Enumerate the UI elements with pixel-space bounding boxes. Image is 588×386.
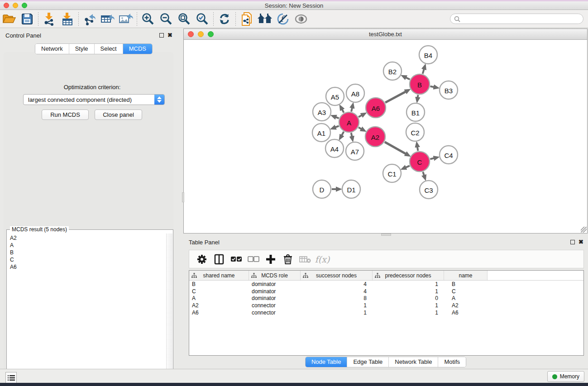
table-cell[interactable]: 1 [373,288,444,295]
table-row[interactable]: A2connector11A2 [189,302,583,309]
search-field[interactable] [450,14,583,24]
node-C2[interactable]: C2 [406,123,424,141]
tab-network[interactable]: Network [35,44,69,54]
save-session-icon[interactable] [18,12,36,26]
select-all-icon[interactable] [229,252,244,267]
vertical-splitter-handle[interactable] [182,192,184,202]
task-history-button[interactable] [5,372,17,383]
network-from-selection-icon[interactable] [238,12,256,26]
column-header-shared-name[interactable]: shared name [189,271,249,280]
table-cell[interactable]: C [189,288,249,295]
export-network-icon[interactable] [81,12,99,26]
result-item[interactable]: C [10,256,166,263]
node-B1[interactable]: B1 [406,103,425,121]
table-cell[interactable]: 0 [373,295,444,301]
node-C1[interactable]: C1 [383,164,401,182]
edge-A-A8[interactable] [351,105,353,111]
table-cell[interactable]: 1 [373,310,444,316]
result-item[interactable]: A6 [10,263,166,271]
table-cell[interactable]: 1 [373,302,444,309]
node-A2[interactable]: A2 [365,127,385,147]
close-panel-icon[interactable]: ✖ [167,33,172,38]
close-panel-button[interactable]: Close panel [95,110,142,120]
network-titlebar[interactable]: testGlobe.txt [184,29,587,40]
home-icon[interactable] [256,12,274,26]
edge-A-A1[interactable] [333,126,339,128]
table-cell[interactable]: 4 [301,288,373,295]
edge-C-C3[interactable] [423,172,425,178]
node-A3[interactable]: A3 [313,103,331,121]
float-panel-icon[interactable] [159,33,164,38]
result-item[interactable]: A [10,242,166,249]
function-builder-icon[interactable]: f(x) [315,252,330,267]
table-settings-icon[interactable] [195,252,209,267]
table-cell[interactable]: 1 [301,302,373,309]
node-A5[interactable]: A5 [326,87,344,105]
table-cell[interactable]: 4 [301,281,373,287]
hide-functions-icon[interactable]: f [274,12,292,26]
table-cell[interactable]: 1 [301,310,373,316]
column-header-name[interactable]: name [444,271,488,280]
network-canvas[interactable]: B4B2BB3A8A5A6A3B1AC2A1A2A4A7C4CC1DD1C3 [184,40,587,233]
table-cell[interactable]: connector [249,310,301,316]
table-cell[interactable]: B [189,281,249,287]
zoom-fit-icon[interactable] [175,12,193,26]
zoom-selected-icon[interactable] [193,12,211,26]
zoom-in-icon[interactable] [139,12,157,26]
tab-style[interactable]: Style [69,44,95,54]
edge-A-A3[interactable] [333,116,339,119]
tab-network-table[interactable]: Network Table [389,357,438,367]
table-cell[interactable]: A [189,295,249,301]
table-cell[interactable]: A2 [444,302,488,309]
refresh-icon[interactable] [215,12,234,26]
edge-B-B4[interactable] [423,67,425,74]
node-A4[interactable]: A4 [325,139,344,157]
tab-node-table[interactable]: Node Table [306,357,348,367]
node-A1[interactable]: A1 [312,124,330,142]
node-C4[interactable]: C4 [440,146,458,164]
table-cell[interactable]: C [444,288,488,295]
import-table-icon[interactable] [58,12,76,26]
edge-B-B1[interactable] [417,95,418,100]
table-cell[interactable]: A6 [444,310,488,316]
open-session-icon[interactable] [0,12,18,26]
edge-A-A6[interactable] [359,114,364,117]
delete-column-icon[interactable] [281,252,295,267]
delete-table-icon[interactable] [298,252,312,267]
edge-A-A2[interactable] [359,128,364,130]
table-cell[interactable]: B [444,281,488,287]
node-C3[interactable]: C3 [420,181,438,199]
result-item[interactable]: A2 [10,234,166,242]
tab-edge-table[interactable]: Edge Table [347,357,389,367]
table-cell[interactable]: dominator [249,288,301,295]
table-row[interactable]: Adominator80A [189,295,583,302]
node-A8[interactable]: A8 [346,84,364,102]
eye-icon[interactable] [292,12,310,26]
show-columns-icon[interactable] [212,252,226,267]
edge-A6-B[interactable] [385,91,408,103]
node-table[interactable]: shared nameMCDS rolesuccessor nodesprede… [189,270,584,356]
edge-A-A5[interactable] [341,107,344,113]
table-row[interactable]: Bdominator41B [189,281,583,288]
column-header-MCDS-role[interactable]: MCDS role [249,271,301,280]
node-D[interactable]: D [313,180,331,198]
node-B2[interactable]: B2 [383,62,402,80]
edge-A-A7[interactable] [351,133,353,139]
import-network-icon[interactable] [40,12,58,26]
node-A7[interactable]: A7 [346,142,364,160]
column-header-predecessor-nodes[interactable]: predecessor nodes [373,271,444,280]
node-A6[interactable]: A6 [366,98,386,118]
table-cell[interactable]: connector [249,302,301,309]
add-column-icon[interactable] [263,252,278,267]
node-B4[interactable]: B4 [419,46,437,64]
memory-button[interactable]: Memory [547,371,584,382]
tab-select[interactable]: Select [95,44,123,54]
search-input[interactable] [460,16,583,22]
node-D1[interactable]: D1 [342,180,360,198]
table-cell[interactable]: dominator [249,295,301,301]
edge-B-B3[interactable] [430,86,437,88]
edge-C-C2[interactable] [417,144,418,151]
edge-A-A4[interactable] [340,132,344,138]
float-table-panel-icon[interactable] [570,240,575,244]
deselect-all-icon[interactable] [246,252,261,267]
